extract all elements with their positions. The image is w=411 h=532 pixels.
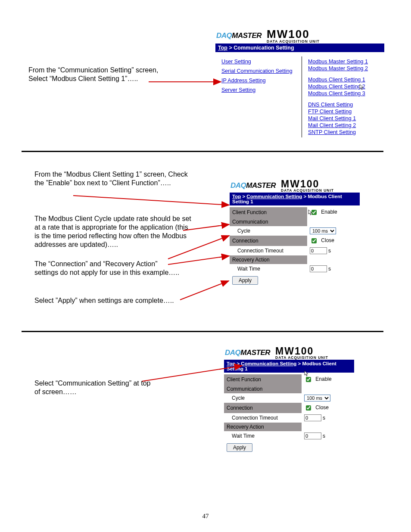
wait-time-input[interactable] xyxy=(310,265,327,272)
row-connection-label: Connection xyxy=(224,403,302,413)
cycle-select[interactable]: 100 ms xyxy=(310,227,336,234)
enable-label: Enable xyxy=(315,376,331,382)
cycle-select[interactable]: 100 ms xyxy=(304,395,330,401)
daqmaster-logo: DAQMASTER xyxy=(230,181,276,190)
cursor-icon xyxy=(359,84,364,91)
link-ip-address-setting[interactable]: IP Address Setting xyxy=(221,78,296,84)
row-recovery-action-label: Recovery Action xyxy=(224,423,302,431)
enable-label: Enable xyxy=(321,209,337,215)
link-user-setting[interactable]: User Setting xyxy=(221,59,296,65)
breadcrumb-comm-setting[interactable]: Communication Setting xyxy=(241,361,296,366)
connection-timeout-input[interactable] xyxy=(310,247,327,254)
link-serial-communication-setting[interactable]: Serial Communication Setting xyxy=(221,68,296,74)
link-ftp-client-setting[interactable]: FTP Client Setting xyxy=(308,109,368,115)
close-label: Close xyxy=(321,237,334,243)
links-column-left: User Setting Serial Communication Settin… xyxy=(215,56,302,137)
instruction-cycle-rate: The Modbus Client Cycle update rate shou… xyxy=(34,215,194,249)
arrow-to-client-function xyxy=(73,194,233,207)
row-connection-label: Connection xyxy=(230,236,307,246)
row-wait-time-label: Wait Time xyxy=(230,264,307,274)
daqmaster-logo: DAQMASTER xyxy=(225,348,270,357)
breadcrumb: Top > Communication Setting xyxy=(215,44,384,52)
breadcrumb: Top > Communication Setting > Modbus Cli… xyxy=(224,360,354,373)
row-connection-timeout-label: Connection Timeout xyxy=(230,246,307,255)
breadcrumb-top[interactable]: Top xyxy=(232,194,241,199)
link-modbus-client-setting-1[interactable]: Modbus Client Setting 1 xyxy=(308,77,368,83)
row-communication-label: Communication xyxy=(224,385,302,393)
logo-block: DAQMASTER MW100 DATA ACQUISITION UNIT xyxy=(224,345,354,360)
mw100-subtitle: DATA ACQUISITION UNIT xyxy=(275,355,328,360)
daqmaster-logo: DAQMASTER xyxy=(216,31,262,40)
mw100-subtitle: DATA ACQUISITION UNIT xyxy=(281,188,334,193)
row-communication-label: Communication xyxy=(230,218,307,226)
page-number: 47 xyxy=(202,513,209,520)
link-mail-client-setting-2[interactable]: Mail Client Setting 2 xyxy=(308,122,368,128)
logo-block: DAQMASTER MW100 DATA ACQUISITION UNIT xyxy=(230,177,360,193)
row-client-function-label: Client Function xyxy=(224,374,302,385)
wait-time-input[interactable] xyxy=(304,432,321,439)
instruction-check-enable: From the “Modbus Client Setting 1” scree… xyxy=(34,170,190,187)
breadcrumb-comm-setting[interactable]: Communication Setting xyxy=(246,194,302,199)
instruction-select-modbus-client: From the “Communication Setting” screen,… xyxy=(28,66,175,83)
link-modbus-master-setting-1[interactable]: Modbus Master Setting 1 xyxy=(308,59,368,65)
mw100-subtitle: DATA ACQUISITION UNIT xyxy=(267,39,320,44)
link-modbus-client-setting-3[interactable]: Modbus Client Setting 3 xyxy=(308,90,368,96)
row-cycle-label: Cycle xyxy=(224,393,302,403)
link-mail-client-setting-1[interactable]: Mail Client Setting 1 xyxy=(308,115,368,121)
breadcrumb-top[interactable]: Top xyxy=(227,361,235,366)
close-checkbox[interactable] xyxy=(306,405,311,411)
close-label: Close xyxy=(315,404,329,411)
svg-line-1 xyxy=(73,196,229,205)
cursor-icon xyxy=(304,370,309,378)
breadcrumb: Top > Communication Setting > Modbus Cli… xyxy=(230,193,360,205)
link-modbus-master-setting-2[interactable]: Modbus Master Setting 2 xyxy=(308,65,368,72)
row-wait-time-label: Wait Time xyxy=(224,431,302,441)
link-sntp-client-setting[interactable]: SNTP Client Setting xyxy=(308,129,368,135)
connection-timeout-input[interactable] xyxy=(304,414,321,421)
link-dns-client-setting[interactable]: DNS Client Setting xyxy=(308,102,368,108)
instruction-select-apply: Select ”Apply” when settings are complet… xyxy=(34,296,190,305)
row-recovery-action-label: Recovery Action xyxy=(230,255,307,264)
instruction-select-comm-setting: Select “Communication Setting” at top of… xyxy=(34,379,155,396)
row-cycle-label: Cycle xyxy=(230,226,307,236)
row-connection-timeout-label: Connection Timeout xyxy=(224,413,302,423)
logo-block: DAQMASTER MW100 DATA ACQUISITION UNIT xyxy=(215,27,384,44)
row-client-function-label: Client Function xyxy=(230,207,307,218)
instruction-connection-recovery: The “Connection” and “Recovery Action” s… xyxy=(34,260,181,277)
close-checkbox[interactable] xyxy=(311,238,317,243)
apply-button[interactable]: Apply xyxy=(227,443,252,452)
links-column-right: Modbus Master Setting 1 Modbus Master Se… xyxy=(302,56,374,137)
link-server-setting[interactable]: Server Setting xyxy=(221,87,296,93)
cursor-icon xyxy=(308,209,313,217)
breadcrumb-top[interactable]: Top xyxy=(218,45,227,51)
apply-button[interactable]: Apply xyxy=(232,276,258,285)
